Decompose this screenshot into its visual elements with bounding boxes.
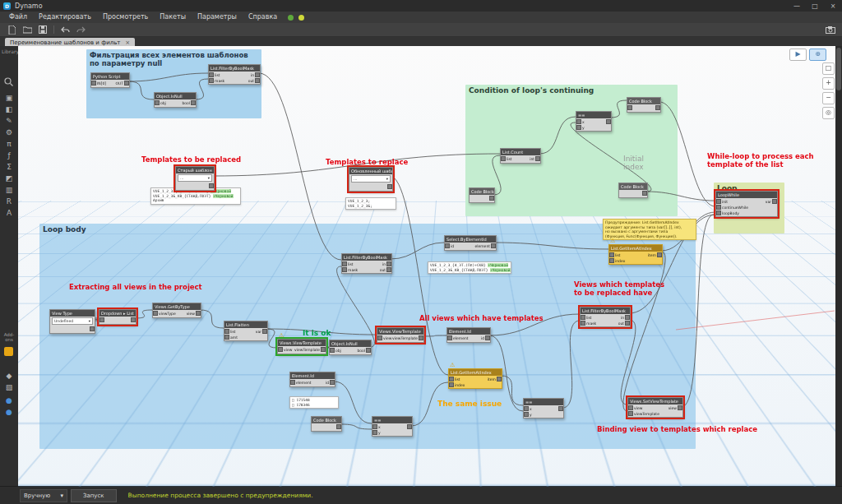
input-port[interactable]: [581, 321, 585, 326]
input-port[interactable]: [278, 347, 283, 352]
note-element-ids-preview[interactable]: □ 171548□ 178346: [289, 396, 339, 409]
output-port[interactable]: [262, 329, 267, 334]
input-port[interactable]: [501, 156, 506, 161]
node-element-id-a[interactable]: Element.Idelementid: [446, 327, 491, 343]
node-codeblock-index[interactable]: Code Block: [618, 183, 648, 198]
output-port[interactable]: [625, 315, 630, 320]
redo-button[interactable]: [76, 25, 86, 35]
input-port[interactable]: [224, 329, 229, 334]
node-new-template[interactable]: Обновленный шаблон…▾: [349, 167, 393, 192]
undo-button[interactable]: [60, 25, 70, 35]
input-port[interactable]: [524, 406, 529, 411]
addons-puzzle-icon[interactable]: [4, 347, 13, 356]
new-file-button[interactable]: [7, 25, 16, 35]
node-select-byelementid[interactable]: Select.ByElementIdidelement: [444, 235, 497, 251]
input-port[interactable]: [342, 267, 347, 272]
input-port[interactable]: [449, 377, 454, 381]
menu-file[interactable]: Файл: [3, 12, 33, 23]
input-port[interactable]: [716, 210, 721, 215]
addon-icon-3[interactable]: ●: [0, 396, 18, 405]
category-icon-3[interactable]: ✎: [0, 117, 18, 125]
input-port[interactable]: [372, 430, 377, 435]
node-python-script[interactable]: Python ScriptIN[0]OUT: [90, 72, 130, 88]
output-port[interactable]: [124, 81, 129, 86]
output-port[interactable]: [336, 424, 341, 429]
input-port[interactable]: [447, 335, 452, 340]
category-icon-4[interactable]: ⚙: [0, 128, 18, 136]
node-codeblock-body[interactable]: Code Block: [311, 416, 342, 432]
maximize-button[interactable]: □: [806, 0, 824, 12]
node-views-viewtemplate-red[interactable]: Views.ViewTemplateviewviewTemplate: [377, 327, 424, 343]
output-port[interactable]: [386, 261, 391, 266]
output-port[interactable]: [321, 347, 326, 352]
menu-edit[interactable]: Редактировать: [33, 12, 97, 23]
output-port[interactable]: [606, 119, 611, 124]
input-port[interactable]: [372, 424, 377, 429]
node-dropdown[interactable]: …▾: [351, 175, 391, 183]
input-port[interactable]: [155, 100, 160, 105]
category-icon-8[interactable]: ◩: [0, 174, 18, 183]
node-loopwhile[interactable]: LoopWhileinitcontinueWhileloopBodyvar: [715, 191, 778, 217]
output-port[interactable]: [772, 199, 777, 204]
output-port[interactable]: [191, 100, 196, 105]
tab-close-icon[interactable]: ×: [125, 39, 130, 46]
output-port[interactable]: [558, 406, 563, 411]
menu-view[interactable]: Просмотреть: [97, 12, 154, 23]
input-port[interactable]: [342, 261, 347, 266]
notification-green-icon[interactable]: [288, 15, 294, 21]
note-new-templates-list[interactable]: VUE_1_2_3;VUE_1_2_3Б;: [345, 197, 396, 210]
category-icon-11[interactable]: A: [0, 209, 18, 217]
fit-view-button[interactable]: □: [822, 62, 835, 75]
menu-help[interactable]: Справка: [243, 12, 283, 23]
input-port[interactable]: [609, 258, 614, 263]
input-port[interactable]: [449, 382, 454, 387]
output-port[interactable]: [655, 105, 660, 110]
input-port[interactable]: [576, 125, 581, 130]
output-port[interactable]: [625, 321, 630, 326]
preview-toggle-button[interactable]: ⊕: [809, 49, 826, 61]
addon-icon-4[interactable]: ●: [0, 408, 18, 416]
output-port[interactable]: [90, 326, 95, 331]
orbit-button[interactable]: ◎: [822, 107, 835, 119]
output-port[interactable]: [678, 405, 682, 410]
node-dropdown[interactable]: Undefined▾: [52, 317, 93, 325]
output-port[interactable]: [255, 72, 260, 77]
node-equals-a[interactable]: ==xy: [372, 416, 413, 437]
input-port[interactable]: [716, 205, 721, 210]
addon-icon-1[interactable]: ◆: [0, 372, 18, 380]
notification-yellow-icon[interactable]: [298, 15, 304, 21]
node-views-getbytype[interactable]: Views.GetByTypeviewTypeview: [152, 303, 201, 318]
input-port[interactable]: [99, 317, 104, 322]
node-filter-mask-center[interactable]: List.FilterByBoolMasklistmaskinout: [341, 253, 392, 274]
input-port[interactable]: [290, 380, 295, 385]
output-port[interactable]: [642, 191, 647, 196]
input-port[interactable]: [377, 335, 382, 340]
save-button[interactable]: [38, 25, 48, 35]
node-equals-cond[interactable]: ==xy: [576, 111, 612, 132]
workspace-canvas[interactable]: ▶⊕ □+−◎ Фильтрация всех элементов шаблон…: [18, 46, 835, 487]
node-list-count[interactable]: List.Countlistint: [500, 148, 541, 164]
node-views-viewtemplate-ok[interactable]: ⚠Views.ViewTemplateviewviewTemplate: [277, 339, 326, 354]
open-folder-button[interactable]: [22, 25, 32, 35]
category-icon-7[interactable]: Σ: [0, 163, 18, 171]
vertical-scrollbar[interactable]: [835, 46, 842, 487]
category-icon-10[interactable]: R: [0, 197, 18, 206]
node-filter-mask-right[interactable]: List.FilterByBoolMasklistmaskinout: [580, 307, 631, 327]
graph-view-toggle-button[interactable]: ▶: [789, 49, 807, 61]
scrollbar-thumb[interactable]: [836, 48, 841, 90]
output-port[interactable]: [535, 156, 540, 161]
output-port[interactable]: [419, 335, 423, 340]
run-mode-select[interactable]: Вручную ▾: [20, 489, 67, 502]
search-icon[interactable]: [4, 77, 13, 86]
category-icon-6[interactable]: ƒ: [0, 151, 18, 160]
note-warning-tooltip[interactable]: Предупреждение: List.GetItemAtIndexожида…: [603, 219, 696, 240]
output-port[interactable]: [386, 267, 391, 272]
zoom-in-button[interactable]: +: [822, 77, 835, 90]
node-object-isnull-a[interactable]: Object.IsNullobjbool: [154, 92, 197, 108]
category-icon-5[interactable]: π: [0, 140, 18, 148]
output-port[interactable]: [657, 252, 662, 257]
node-codeblock-cond[interactable]: Code Block: [469, 187, 495, 203]
input-port[interactable]: [627, 105, 632, 110]
input-port[interactable]: [209, 72, 214, 77]
output-port[interactable]: [497, 377, 502, 381]
